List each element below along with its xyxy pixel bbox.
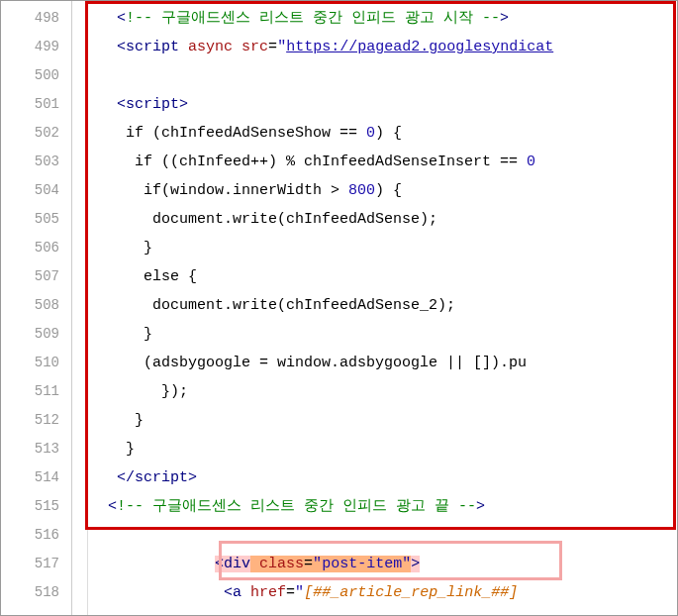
code-line xyxy=(72,521,677,550)
line-number: 518 xyxy=(1,578,71,607)
line-number-gutter: 498 499 500 501 502 503 504 505 506 507 … xyxy=(1,1,72,615)
line-number: 503 xyxy=(1,148,71,176)
code-line: if ((chInfeed++) % chInfeedAdSenseInsert… xyxy=(72,148,677,176)
code-line: document.write(chInfeedAdSense); xyxy=(72,205,677,234)
line-number: 516 xyxy=(1,521,71,550)
code-line: <script> xyxy=(72,90,677,119)
line-number: 507 xyxy=(1,262,71,291)
code-line: } xyxy=(72,406,677,435)
code-line: } xyxy=(72,435,677,463)
line-number: 508 xyxy=(1,291,71,320)
code-line: <!-- 구글애드센스 리스트 중간 인피드 광고 시작 --> xyxy=(72,4,677,33)
code-line: if(window.innerWidth > 800) { xyxy=(72,176,677,205)
code-line: (adsbygoogle = window.adsbygoogle || [])… xyxy=(72,349,677,377)
line-number: 505 xyxy=(1,205,71,234)
code-line: } xyxy=(72,234,677,262)
line-number: 506 xyxy=(1,234,71,262)
code-line: <div class="post-item"> xyxy=(72,550,677,578)
code-line: else { xyxy=(72,262,677,291)
code-line: document.write(chInfeedAdSense_2); xyxy=(72,291,677,320)
code-line xyxy=(72,61,677,90)
line-number: 513 xyxy=(1,435,71,463)
line-number: 502 xyxy=(1,119,71,148)
code-line: <script async src="https://pagead2.googl… xyxy=(72,33,677,61)
code-line: }); xyxy=(72,377,677,406)
code-line: </script> xyxy=(72,463,677,492)
code-editor: 498 499 500 501 502 503 504 505 506 507 … xyxy=(0,0,678,616)
line-number: 500 xyxy=(1,61,71,90)
line-number: 512 xyxy=(1,406,71,435)
code-line: if (chInfeedAdSenseShow == 0) { xyxy=(72,119,677,148)
line-number: 510 xyxy=(1,349,71,377)
code-line: <a href="[##_article_rep_link_##] xyxy=(72,578,677,607)
code-content[interactable]: <!-- 구글애드센스 리스트 중간 인피드 광고 시작 --> <script… xyxy=(72,1,677,615)
line-number: 499 xyxy=(1,33,71,61)
line-number: 504 xyxy=(1,176,71,205)
line-number: 517 xyxy=(1,550,71,578)
code-line: <!-- 구글애드센스 리스트 중간 인피드 광고 끝 --> xyxy=(72,492,677,521)
line-number: 501 xyxy=(1,90,71,119)
code-line: } xyxy=(72,320,677,349)
line-number: 498 xyxy=(1,4,71,33)
line-number: 509 xyxy=(1,320,71,349)
line-number: 511 xyxy=(1,377,71,406)
line-number: 514 xyxy=(1,463,71,492)
line-number: 515 xyxy=(1,492,71,521)
